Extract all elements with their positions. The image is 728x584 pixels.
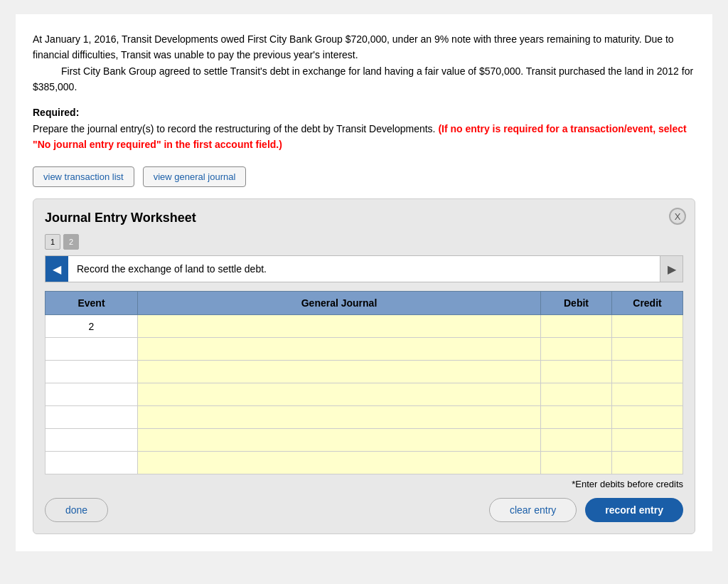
required-section: Required: Prepare the journal entry(s) t… bbox=[33, 107, 695, 153]
credit-cell-4[interactable] bbox=[612, 383, 683, 406]
page-container: At January 1, 2016, Transit Developments… bbox=[16, 14, 712, 551]
credit-cell-7[interactable] bbox=[612, 452, 683, 474]
table-row: 2 bbox=[46, 315, 683, 338]
debits-note: *Enter debits before credits bbox=[45, 479, 683, 489]
event-cell-2 bbox=[46, 338, 138, 361]
description-text: Record the exchange of land to settle de… bbox=[68, 256, 660, 282]
journal-input-6[interactable] bbox=[138, 429, 540, 451]
col-header-debit: Debit bbox=[541, 292, 612, 315]
top-button-row: view transaction list view general journ… bbox=[33, 166, 695, 187]
credit-cell-5[interactable] bbox=[612, 406, 683, 429]
credit-input-7[interactable] bbox=[612, 452, 682, 474]
table-row bbox=[46, 452, 683, 474]
debit-cell-2[interactable] bbox=[541, 338, 612, 361]
journal-input-3[interactable] bbox=[138, 361, 540, 383]
journal-cell-7[interactable] bbox=[138, 452, 541, 474]
debit-input-2[interactable] bbox=[541, 338, 611, 360]
table-row bbox=[46, 383, 683, 406]
worksheet-title: Journal Entry Worksheet bbox=[45, 211, 683, 225]
intro-paragraph2: First City Bank Group agreed to settle T… bbox=[33, 63, 695, 95]
clear-entry-button[interactable]: clear entry bbox=[489, 498, 577, 522]
debit-input-4[interactable] bbox=[541, 383, 611, 405]
table-row bbox=[46, 406, 683, 429]
journal-table: Event General Journal Debit Credit 2 bbox=[45, 291, 683, 474]
event-cell-1: 2 bbox=[46, 315, 138, 338]
right-arrow-icon: ▶ bbox=[668, 262, 676, 276]
debit-input-7[interactable] bbox=[541, 452, 611, 474]
prev-arrow-button[interactable]: ◀ bbox=[46, 256, 68, 282]
credit-input-5[interactable] bbox=[612, 406, 682, 428]
close-button[interactable]: X bbox=[669, 208, 686, 225]
tab-1[interactable]: 1 bbox=[45, 234, 60, 250]
debit-input-6[interactable] bbox=[541, 429, 611, 451]
required-body: Prepare the journal entry(s) to record t… bbox=[33, 121, 695, 153]
col-header-credit: Credit bbox=[612, 292, 683, 315]
debit-input-5[interactable] bbox=[541, 406, 611, 428]
journal-cell-2[interactable] bbox=[138, 338, 541, 361]
left-arrow-icon: ◀ bbox=[53, 262, 61, 276]
debit-cell-1[interactable] bbox=[541, 315, 612, 338]
credit-input-1[interactable] bbox=[612, 315, 682, 337]
bottom-center-buttons: clear entry record entry bbox=[489, 498, 683, 522]
table-row bbox=[46, 429, 683, 452]
event-cell-3 bbox=[46, 361, 138, 383]
view-general-journal-button[interactable]: view general journal bbox=[143, 166, 247, 187]
tab-2[interactable]: 2 bbox=[63, 234, 79, 250]
debit-input-3[interactable] bbox=[541, 361, 611, 383]
intro-text: At January 1, 2016, Transit Developments… bbox=[33, 31, 695, 95]
credit-cell-3[interactable] bbox=[612, 361, 683, 383]
debit-cell-4[interactable] bbox=[541, 383, 612, 406]
journal-cell-3[interactable] bbox=[138, 361, 541, 383]
credit-input-6[interactable] bbox=[612, 429, 682, 451]
col-header-event: Event bbox=[46, 292, 138, 315]
journal-input-1[interactable] bbox=[138, 315, 540, 337]
journal-cell-1[interactable] bbox=[138, 315, 541, 338]
view-transaction-list-button[interactable]: view transaction list bbox=[33, 166, 134, 187]
required-body-plain: Prepare the journal entry(s) to record t… bbox=[33, 123, 438, 134]
journal-cell-4[interactable] bbox=[138, 383, 541, 406]
record-entry-button[interactable]: record entry bbox=[585, 498, 683, 522]
credit-cell-2[interactable] bbox=[612, 338, 683, 361]
debit-input-1[interactable] bbox=[541, 315, 611, 337]
journal-cell-5[interactable] bbox=[138, 406, 541, 429]
next-arrow-button[interactable]: ▶ bbox=[660, 256, 682, 282]
table-row bbox=[46, 361, 683, 383]
journal-input-5[interactable] bbox=[138, 406, 540, 428]
close-icon: X bbox=[675, 211, 681, 222]
table-row bbox=[46, 338, 683, 361]
tab-row: 1 2 bbox=[45, 234, 683, 250]
event-cell-7 bbox=[46, 452, 138, 474]
debit-cell-6[interactable] bbox=[541, 429, 612, 452]
done-button[interactable]: done bbox=[45, 498, 108, 522]
description-box: ◀ Record the exchange of land to settle … bbox=[45, 255, 683, 282]
intro-paragraph1: At January 1, 2016, Transit Developments… bbox=[33, 31, 695, 63]
credit-cell-1[interactable] bbox=[612, 315, 683, 338]
bottom-button-row: done clear entry record entry bbox=[45, 498, 683, 522]
required-label: Required: bbox=[33, 107, 695, 118]
event-cell-5 bbox=[46, 406, 138, 429]
journal-input-4[interactable] bbox=[138, 383, 540, 405]
journal-input-2[interactable] bbox=[138, 338, 540, 360]
credit-input-4[interactable] bbox=[612, 383, 682, 405]
worksheet-container: X Journal Entry Worksheet 1 2 ◀ Record t… bbox=[33, 198, 695, 534]
event-cell-6 bbox=[46, 429, 138, 452]
journal-cell-6[interactable] bbox=[138, 429, 541, 452]
debit-cell-5[interactable] bbox=[541, 406, 612, 429]
debit-cell-7[interactable] bbox=[541, 452, 612, 474]
credit-input-2[interactable] bbox=[612, 338, 682, 360]
credit-cell-6[interactable] bbox=[612, 429, 683, 452]
col-header-journal: General Journal bbox=[138, 292, 541, 315]
debit-cell-3[interactable] bbox=[541, 361, 612, 383]
event-cell-4 bbox=[46, 383, 138, 406]
credit-input-3[interactable] bbox=[612, 361, 682, 383]
journal-input-7[interactable] bbox=[138, 452, 540, 474]
